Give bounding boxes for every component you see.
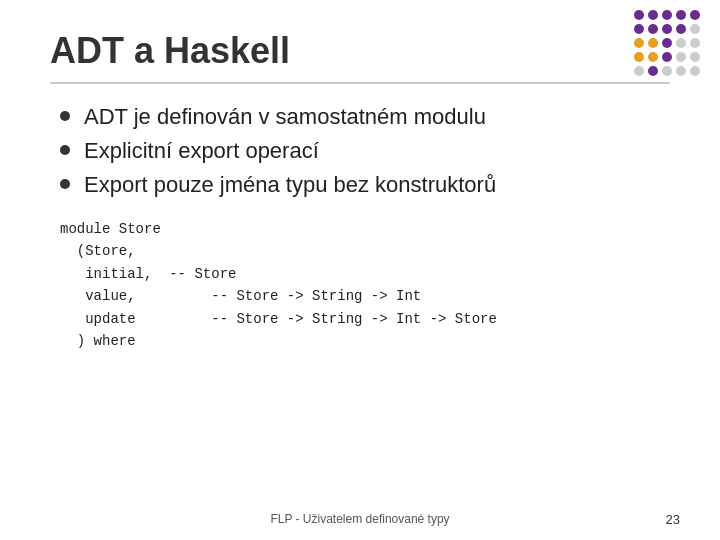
deco-dot [676, 10, 686, 20]
deco-dot [662, 24, 672, 34]
deco-dot [648, 38, 658, 48]
code-line: (Store, [60, 240, 670, 262]
deco-dot [662, 52, 672, 62]
deco-dot [648, 52, 658, 62]
deco-dot [634, 66, 644, 76]
deco-dot [648, 10, 658, 20]
deco-dot [690, 10, 700, 20]
deco-dot [662, 10, 672, 20]
deco-dot [634, 52, 644, 62]
bullet-list: ADT je definován v samostatném moduluExp… [60, 104, 670, 198]
bullet-item: Export pouze jména typu bez konstruktorů [60, 172, 670, 198]
bullet-text: Export pouze jména typu bez konstruktorů [84, 172, 496, 198]
deco-dot [634, 10, 644, 20]
bullet-text: Explicitní export operací [84, 138, 319, 164]
deco-dot [648, 66, 658, 76]
deco-dot [690, 66, 700, 76]
footer: FLP - Uživatelem definované typy 23 [0, 512, 720, 526]
deco-dot [676, 52, 686, 62]
code-block: module Store (Store, initial, -- Store v… [60, 218, 670, 352]
decorative-dots [634, 10, 700, 76]
bullet-item: Explicitní export operací [60, 138, 670, 164]
slide-title: ADT a Haskell [50, 30, 670, 84]
deco-dot [648, 24, 658, 34]
slide: ADT a Haskell ADT je definován v samosta… [0, 0, 720, 540]
code-line: update -- Store -> String -> Int -> Stor… [60, 308, 670, 330]
deco-dot [662, 38, 672, 48]
deco-dot [634, 38, 644, 48]
bullet-item: ADT je definován v samostatném modulu [60, 104, 670, 130]
code-line: initial, -- Store [60, 263, 670, 285]
bullet-dot [60, 145, 70, 155]
code-line: ) where [60, 330, 670, 352]
deco-dot [690, 38, 700, 48]
footer-text: FLP - Uživatelem definované typy [0, 512, 720, 526]
deco-dot [676, 66, 686, 76]
bullet-dot [60, 111, 70, 121]
code-line: module Store [60, 218, 670, 240]
footer-page: 23 [666, 512, 680, 527]
deco-dot [634, 24, 644, 34]
deco-dot [690, 52, 700, 62]
deco-dot [690, 24, 700, 34]
code-line: value, -- Store -> String -> Int [60, 285, 670, 307]
deco-dot [676, 24, 686, 34]
bullet-dot [60, 179, 70, 189]
deco-dot [662, 66, 672, 76]
deco-dot [676, 38, 686, 48]
bullet-text: ADT je definován v samostatném modulu [84, 104, 486, 130]
